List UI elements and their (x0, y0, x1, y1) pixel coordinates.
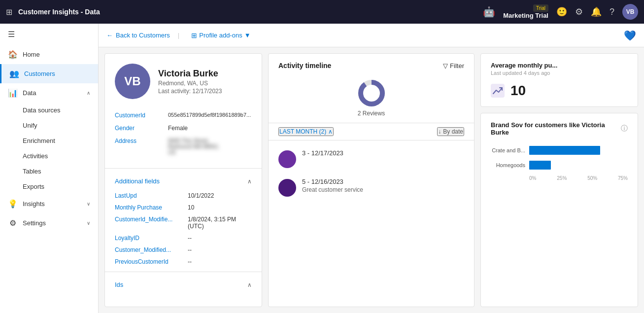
sort-down-icon: ↓ (438, 128, 441, 135)
section-divider-2 (105, 272, 262, 272)
sidebar-item-data[interactable]: 📊 Data ∧ (0, 83, 98, 103)
sidebar-item-unify[interactable]: Unify (0, 118, 98, 133)
profile-addons-button[interactable]: ⊞ Profile add-ons ▼ (187, 30, 254, 41)
label-loyaltyid: LoyaltyID (115, 235, 184, 242)
field-row-customerid: CustomerId 055e8517899d5ef8f19861889b7..… (115, 109, 252, 122)
sidebar-item-data-sources[interactable]: Data sources (0, 103, 98, 118)
brand-chart: Crate and B... Homegoods 0 (491, 146, 628, 181)
settings-sidebar-icon: ⚙ (8, 218, 18, 228)
activity-filter-bar: LAST MONTH (2) ∧ ↓ By date (269, 123, 474, 140)
field-label-address: Address (115, 138, 164, 144)
topbar: ⊞ Customer Insights - Data 🤖 Trial Marke… (0, 0, 644, 24)
topbar-right: 🤖 Trial Marketing Trial 🙂 ⚙ 🔔 ? VB (483, 4, 638, 20)
brand-bar-container-2 (529, 161, 628, 170)
activity-icon-section: 2 Reviews (269, 73, 474, 123)
chart-axis: 0% 25% 50% 75% (491, 175, 628, 181)
metric-value-row: 10 (491, 83, 628, 99)
activity-entry-1: 3 - 12/17/2023 (269, 144, 474, 173)
sidebar-label-insights: Insights (23, 200, 45, 208)
field-value-gender: Female (168, 125, 188, 132)
last-month-filter-button[interactable]: LAST MONTH (2) ∧ (278, 127, 334, 136)
customer-name: Victoria Burke (158, 69, 222, 79)
sidebar-item-tables[interactable]: Tables (0, 164, 98, 179)
sidebar-item-home[interactable]: 🏠 Home (0, 45, 98, 64)
grid-icon[interactable]: ⊞ (6, 7, 12, 17)
activity-list: 3 - 12/17/2023 5 - 12/16/2023 Great cust… (269, 140, 474, 206)
sidebar-item-insights[interactable]: 💡 Insights ∨ (0, 194, 98, 213)
additional-field-loyaltyid: LoyaltyID -- (105, 232, 262, 244)
settings-chevron-icon: ∨ (87, 220, 90, 226)
label-previous-customerid: PreviousCustomerId (115, 258, 184, 265)
ids-header[interactable]: Ids ∧ (105, 276, 262, 293)
value-lastupd: 10/1/2022 (188, 192, 214, 199)
metric-title: Average monthly pu... (491, 62, 628, 69)
trial-badge: Trial (533, 4, 548, 12)
brand-title: Brand Sov for customers like Victoria Bu… (491, 121, 621, 136)
additional-field-customerid-modified: CustomerId_Modifie... 1/8/2024, 3:15 PM … (105, 213, 262, 232)
field-value-customerid: 055e8517899d5ef8f19861889b7... (168, 112, 251, 118)
activity-entry-2: 5 - 12/16/2023 Great customer service (269, 173, 474, 202)
smiley-icon[interactable]: 🙂 (556, 6, 567, 17)
value-previous-customerid: -- (188, 258, 192, 265)
sidebar-label-activities: Activities (23, 152, 48, 160)
help-circle-icon[interactable]: 💙 (624, 30, 636, 41)
sidebar-item-activities[interactable]: Activities (0, 148, 98, 164)
app-title: Customer Insights - Data (18, 8, 477, 16)
sidebar-label-unify: Unify (23, 122, 37, 129)
back-to-customers-button[interactable]: ← Back to Customers (106, 32, 170, 39)
filter-button[interactable]: ▽ Filter (443, 62, 464, 70)
activity-title: Activity timeline (278, 62, 331, 70)
activity-donut-chart (358, 79, 385, 107)
label-customerid-modified: CustomerId_Modifie... (115, 216, 184, 223)
activity-text-1: 3 - 12/17/2023 (302, 149, 343, 157)
question-icon[interactable]: ? (610, 7, 614, 17)
field-row-address: Address 5600 This Street,Redmond WA 9805… (115, 135, 252, 158)
axis-label-50: 50% (587, 175, 597, 181)
sidebar-label-data-sources: Data sources (23, 106, 61, 114)
filter-icon: ▽ (443, 62, 448, 70)
additional-fields-label: Additional fields (115, 177, 160, 185)
insights-icon: 💡 (8, 199, 18, 209)
additional-field-lastupd: LastUpd 10/1/2022 (105, 190, 262, 202)
activity-dot-2 (278, 179, 296, 197)
sidebar-label-tables: Tables (23, 168, 41, 175)
brand-card: Brand Sov for customers like Victoria Bu… (480, 113, 638, 307)
help-assistant-icon[interactable]: 🤖 (483, 6, 495, 18)
sub-header-divider: | (178, 32, 179, 39)
brand-label-1: Crate and B... (491, 147, 525, 153)
settings-icon[interactable]: ⚙ (575, 6, 583, 17)
filter-label: Filter (450, 62, 464, 70)
activity-reviews-label: 2 Reviews (358, 110, 385, 117)
sidebar-item-settings[interactable]: ⚙ Settings ∨ (0, 213, 98, 233)
profile-addons-label: Profile add-ons (199, 32, 242, 39)
brand-title-row: Brand Sov for customers like Victoria Bu… (491, 121, 628, 136)
additional-fields-header[interactable]: Additional fields ∧ (105, 173, 262, 190)
hamburger-icon[interactable]: ☰ (0, 24, 98, 45)
customer-location: Redmond, WA, US (158, 80, 222, 87)
sidebar-item-enrichment[interactable]: Enrichment (0, 133, 98, 148)
metric-value: 10 (510, 83, 526, 99)
sidebar-label-data: Data (23, 89, 36, 97)
user-avatar[interactable]: VB (622, 4, 638, 20)
brand-bar-row-1: Crate and B... (491, 146, 628, 155)
bell-icon[interactable]: 🔔 (591, 6, 602, 17)
customer-fields: CustomerId 055e8517899d5ef8f19861889b7..… (105, 109, 262, 164)
by-date-sort-button[interactable]: ↓ By date (437, 127, 464, 136)
metric-card: Average monthly pu... Last updated 4 day… (480, 53, 638, 107)
activity-date-2: 5 - 12/16/2023 (302, 178, 363, 185)
brand-info-icon[interactable]: ⓘ (621, 124, 628, 133)
field-label-customerid: CustomerId (115, 112, 164, 119)
value-loyaltyid: -- (188, 235, 192, 242)
sidebar-item-customers[interactable]: 👥 Customers (0, 64, 98, 83)
activity-date-1: 3 - 12/17/2023 (302, 149, 343, 157)
org-name: Marketing Trial (503, 12, 548, 19)
panels: VB Victoria Burke Redmond, WA, US Last a… (99, 47, 644, 313)
customer-avatar: VB (115, 64, 150, 99)
customer-last-activity: Last activity: 12/17/2023 (158, 88, 222, 95)
sidebar-label-exports: Exports (23, 183, 44, 190)
content-area: ← Back to Customers | ⊞ Profile add-ons … (99, 24, 644, 313)
brand-bar-2 (529, 161, 551, 170)
activity-text-2: 5 - 12/16/2023 Great customer service (302, 178, 363, 193)
back-arrow-icon: ← (106, 32, 113, 39)
sidebar-item-exports[interactable]: Exports (0, 179, 98, 194)
